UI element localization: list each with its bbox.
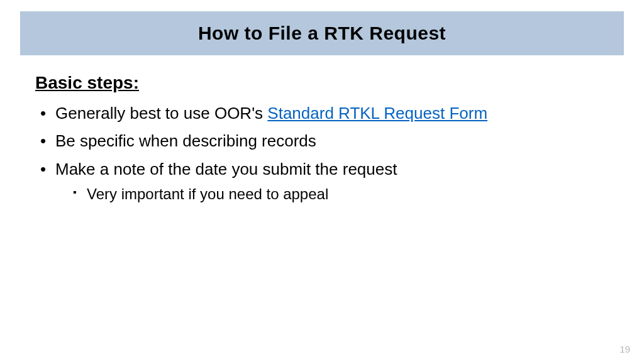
page-number: 19 — [619, 344, 630, 354]
bullet-text: Generally best to use OOR's — [55, 104, 267, 123]
subheading: Basic steps: — [35, 73, 609, 93]
sub-bullet-item: Very important if you need to appeal — [73, 183, 609, 206]
content-area: Basic steps: Generally best to use OOR's… — [0, 55, 644, 206]
bullet-list: Generally best to use OOR's Standard RTK… — [35, 101, 609, 206]
title-bar: How to File a RTK Request — [20, 11, 624, 55]
bullet-item: Generally best to use OOR's Standard RTK… — [40, 101, 609, 126]
sub-bullet-list: Very important if you need to appeal — [55, 183, 609, 206]
bullet-item: Make a note of the date you submit the r… — [40, 156, 609, 206]
bullet-text: Make a note of the date you submit the r… — [55, 160, 397, 178]
rtkl-form-link[interactable]: Standard RTKL Request Form — [267, 104, 487, 123]
slide-title: How to File a RTK Request — [20, 23, 624, 44]
bullet-item: Be specific when describing records — [40, 128, 609, 153]
